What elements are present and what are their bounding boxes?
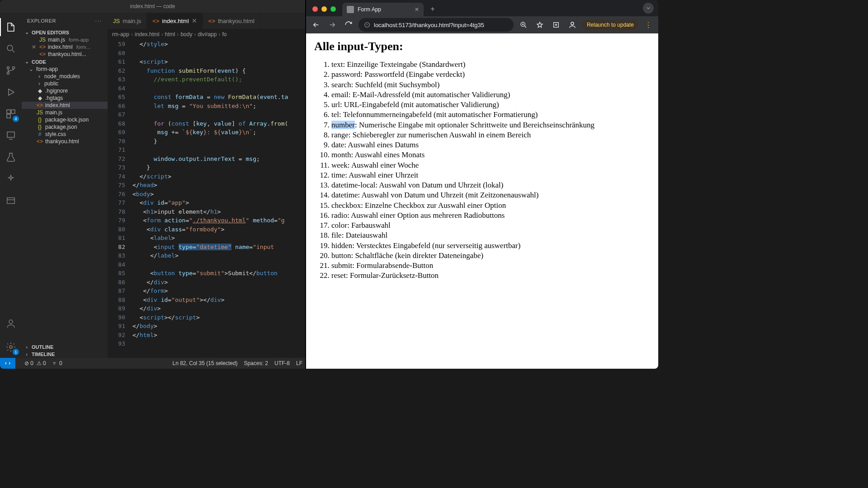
code-line[interactable]: function submitForm(event) {	[132, 66, 305, 75]
relaunch-button[interactable]: Relaunch to update	[582, 19, 638, 30]
tree-file[interactable]: <>thankyou.html	[22, 138, 108, 145]
status-cursor[interactable]: Ln 82, Col 35 (15 selected)	[173, 360, 238, 366]
tab-search-button[interactable]	[643, 3, 654, 14]
activity-explorer[interactable]	[0, 16, 22, 38]
maximize-window-button[interactable]	[330, 6, 336, 12]
minimize-window-button[interactable]	[321, 6, 327, 12]
bookmark-button[interactable]	[533, 19, 546, 31]
code-line[interactable]: <script>	[132, 57, 305, 66]
tree-file[interactable]: <>index.html	[22, 102, 108, 109]
tree-file[interactable]: {}package-lock.json	[22, 116, 108, 123]
code-line[interactable]: window.output.innerText = msg;	[132, 155, 305, 164]
new-tab-button[interactable]: +	[426, 3, 439, 15]
breadcrumb-item[interactable]: div#app	[198, 31, 217, 38]
code-line[interactable]: </body>	[132, 322, 305, 331]
code-line[interactable]: <div class="formbody">	[132, 225, 305, 234]
breadcrumb-item[interactable]: rm-app	[112, 31, 129, 38]
code-line[interactable]: </style>	[132, 40, 305, 49]
code-line[interactable]: <div id="output"></div>	[132, 296, 305, 305]
profile-button[interactable]	[566, 19, 579, 31]
chrome-menu-button[interactable]: ⋮	[642, 19, 655, 31]
status-ports[interactable]: ᯤ 0	[52, 360, 62, 366]
code-line[interactable]: </label>	[132, 251, 305, 260]
editor-tab[interactable]: <>index.html✕	[147, 13, 203, 29]
tree-file[interactable]: ◆.hgignore	[22, 87, 108, 94]
code-line[interactable]: </div>	[132, 304, 305, 313]
open-editor-item[interactable]: <> thankyou.html...	[22, 51, 108, 58]
install-app-button[interactable]	[550, 19, 562, 31]
status-errors[interactable]: ⊘ 0 ⚠ 0	[24, 360, 46, 366]
code-line[interactable]: <body>	[132, 190, 305, 199]
activity-sparkle[interactable]	[0, 168, 22, 190]
open-editor-item[interactable]: JS main.js form-app	[22, 36, 108, 43]
close-icon[interactable]: ✕	[31, 44, 37, 50]
code-line[interactable]	[132, 84, 305, 93]
status-spaces[interactable]: Spaces: 2	[244, 360, 268, 366]
zoom-button[interactable]	[517, 19, 530, 31]
forward-button[interactable]	[326, 19, 339, 31]
more-icon[interactable]: ···	[95, 18, 102, 23]
breadcrumb-item[interactable]: body	[180, 31, 192, 38]
tree-file[interactable]: #style.css	[22, 131, 108, 138]
breadcrumb-item[interactable]: index.html	[135, 31, 160, 38]
code-line[interactable]: </head>	[132, 181, 305, 190]
tree-file[interactable]: ◆.hgtags	[22, 94, 108, 102]
code-line[interactable]: const formData = new FormData(event.ta	[132, 93, 305, 102]
activity-scm[interactable]	[0, 60, 22, 81]
code-line[interactable]	[132, 339, 305, 348]
site-info-icon[interactable]	[364, 22, 370, 28]
tree-root[interactable]: ⌄ form-app	[22, 66, 108, 73]
code-line[interactable]: for (const [key, value] of Array.from(	[132, 119, 305, 128]
tree-file[interactable]: {}package.json	[22, 123, 108, 131]
code-line[interactable]: </form>	[132, 286, 305, 296]
editor-tab[interactable]: <>thankyou.html	[203, 13, 260, 29]
code-line[interactable]: </script>	[132, 172, 305, 181]
status-encoding[interactable]: UTF-8	[274, 360, 290, 366]
code-line[interactable]: <h1>input element</h1>	[132, 207, 305, 216]
code-line[interactable]: <label>	[132, 234, 305, 243]
breadcrumb-item[interactable]: fo	[222, 31, 226, 38]
reload-button[interactable]	[342, 19, 355, 31]
back-button[interactable]	[310, 19, 322, 31]
tree-folder[interactable]: ›public	[22, 80, 108, 87]
code-line[interactable]: <button type="submit">Submit</button	[132, 269, 305, 278]
activity-test[interactable]	[0, 146, 22, 168]
activity-ports[interactable]	[0, 190, 22, 211]
breadcrumb-item[interactable]: html	[165, 31, 175, 38]
code-line[interactable]: <div id="app">	[132, 198, 305, 207]
activity-settings[interactable]: 1	[0, 336, 22, 358]
status-eol[interactable]: LF	[296, 360, 302, 366]
code-area[interactable]: 5960616263646566676869707172737475767778…	[108, 40, 305, 358]
code-line[interactable]: msg += `${key}: ${value}\n`;	[132, 128, 305, 137]
activity-extensions[interactable]: 4	[0, 103, 22, 125]
timeline-header[interactable]: › TIMELINE	[22, 351, 108, 358]
code-line[interactable]: ✦ <input type="datetime" name="input	[132, 243, 305, 252]
activity-account[interactable]	[0, 313, 22, 334]
code-line[interactable]: <script></script>	[132, 313, 305, 322]
code-line[interactable]: </html>	[132, 331, 305, 340]
open-editor-item[interactable]: ✕ <> index.html form...	[22, 43, 108, 51]
code-line[interactable]	[132, 260, 305, 269]
address-bar[interactable]: localhost:5173/thankyou.html?input=4tg35	[359, 18, 514, 32]
close-window-button[interactable]	[312, 6, 318, 12]
code-line[interactable]: }	[132, 163, 305, 172]
code-line[interactable]: <form action="./thankyou.html" method="g	[132, 216, 305, 225]
code-line[interactable]	[132, 49, 305, 58]
code-line[interactable]	[132, 145, 305, 155]
activity-search[interactable]	[0, 38, 22, 60]
code-content[interactable]: </style> <script> function submitForm(ev…	[132, 40, 305, 358]
browser-tab[interactable]: Form App ✕	[342, 3, 424, 16]
code-line[interactable]: let msg = "You submitted:\n";	[132, 102, 305, 111]
open-editors-header[interactable]: ⌄ OPEN EDITORS	[22, 28, 108, 36]
remote-button[interactable]	[0, 358, 15, 369]
activity-debug[interactable]	[0, 81, 22, 103]
activity-remote[interactable]	[0, 125, 22, 146]
workspace-header[interactable]: ⌄ CODE	[22, 58, 108, 66]
code-line[interactable]	[132, 110, 305, 119]
code-line[interactable]: //event.preventDefault();	[132, 75, 305, 84]
code-line[interactable]: </div>	[132, 278, 305, 287]
editor-tab[interactable]: JSmain.js	[108, 13, 147, 29]
tree-folder[interactable]: ›node_modules	[22, 73, 108, 80]
code-line[interactable]: }	[132, 137, 305, 146]
tree-file[interactable]: JSmain.js	[22, 109, 108, 116]
